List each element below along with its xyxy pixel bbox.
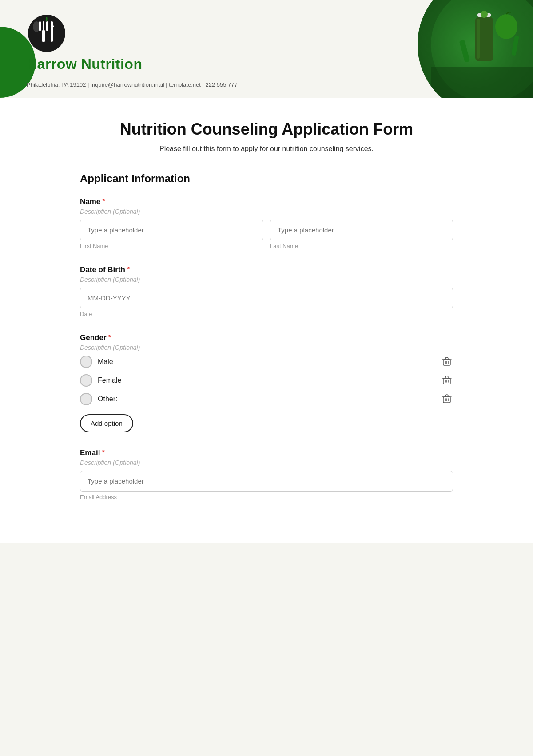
header-contact: Philadelphia, PA 19102 | inquire@harrown…	[27, 81, 238, 88]
gender-label: Gender *	[80, 333, 453, 342]
name-label: Name *	[80, 197, 453, 206]
gender-field-group: Gender * Description (Optional) Male	[80, 333, 453, 432]
last-name-input[interactable]	[270, 220, 453, 240]
decoration-svg	[431, 0, 533, 98]
svg-rect-11	[477, 19, 480, 59]
last-name-sublabel: Last Name	[270, 243, 453, 249]
svg-rect-3	[46, 21, 48, 31]
svg-rect-2	[43, 21, 44, 31]
gender-option-male: Male	[80, 356, 453, 368]
brand-name: Harrow Nutrition	[27, 56, 142, 72]
page-header: Harrow Nutrition Philadelphia, PA 19102 …	[0, 0, 533, 98]
first-name-wrap: First Name	[80, 220, 263, 249]
add-option-label: Add option	[91, 420, 123, 427]
dob-sublabel: Date	[80, 311, 453, 317]
gender-radio-female[interactable]	[80, 374, 92, 387]
brand-logo-icon	[27, 13, 67, 53]
email-sublabel: Email Address	[80, 494, 453, 500]
dob-required-star: *	[127, 265, 130, 274]
main-content: Nutrition Counseling Application Form Pl…	[0, 98, 533, 543]
first-name-input[interactable]	[80, 220, 263, 240]
gender-female-label: Female	[98, 376, 121, 384]
email-field-group: Email * Description (Optional) Email Add…	[80, 448, 453, 500]
name-required-star: *	[102, 197, 105, 206]
gender-required-star: *	[108, 333, 111, 342]
svg-point-6	[33, 21, 40, 32]
email-required-star: *	[102, 448, 105, 457]
dob-input[interactable]	[80, 288, 453, 308]
svg-point-13	[495, 14, 517, 39]
svg-point-12	[481, 11, 488, 18]
email-label: Email *	[80, 448, 453, 457]
gender-option-female: Female	[80, 374, 453, 387]
email-input[interactable]	[80, 471, 453, 492]
form-title: Nutrition Counseling Application Form	[80, 120, 453, 139]
logo-area: Harrow Nutrition	[27, 13, 142, 72]
gender-other-label: Other:	[98, 395, 117, 403]
gender-male-delete-icon[interactable]	[441, 356, 453, 368]
add-option-button[interactable]: Add option	[80, 414, 133, 432]
gender-radio-male[interactable]	[80, 356, 92, 368]
gender-radio-other[interactable]	[80, 393, 92, 405]
gender-other-delete-icon[interactable]	[441, 393, 453, 405]
svg-rect-4	[42, 30, 45, 42]
gender-female-delete-icon[interactable]	[441, 374, 453, 387]
svg-rect-16	[431, 67, 533, 98]
dob-description: Description (Optional)	[80, 276, 453, 283]
name-field-group: Name * Description (Optional) First Name…	[80, 197, 453, 249]
name-description: Description (Optional)	[80, 208, 453, 215]
gender-description: Description (Optional)	[80, 344, 453, 351]
gender-male-label: Male	[98, 358, 113, 366]
first-name-sublabel: First Name	[80, 243, 263, 249]
section-heading: Applicant Information	[80, 172, 453, 185]
gender-option-other: Other:	[80, 393, 453, 405]
name-input-row: First Name Last Name	[80, 220, 453, 249]
dob-field-group: Date of Birth * Description (Optional) D…	[80, 265, 453, 317]
dob-label: Date of Birth *	[80, 265, 453, 274]
form-subtitle: Please fill out this form to apply for o…	[80, 145, 453, 153]
email-description: Description (Optional)	[80, 459, 453, 466]
header-right-decoration	[418, 0, 533, 98]
last-name-wrap: Last Name	[270, 220, 453, 249]
